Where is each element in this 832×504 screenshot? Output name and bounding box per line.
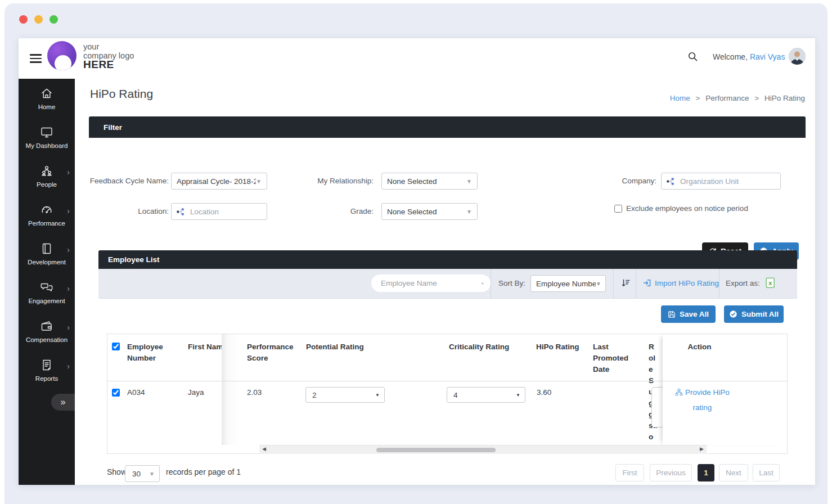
sidebar-item-home[interactable]: Home — [19, 79, 75, 118]
company-field[interactable] — [679, 177, 775, 186]
sidebar-item-label: Reports — [35, 375, 58, 382]
sidebar-item-people[interactable]: People › — [19, 156, 75, 195]
chat-bubbles-icon — [40, 281, 53, 294]
breadcrumb-separator: > — [696, 94, 700, 102]
minimize-window-icon[interactable] — [34, 15, 43, 24]
sidebar-item-label: Compensation — [26, 336, 68, 343]
location-input[interactable] — [171, 203, 267, 220]
check-circle-icon — [729, 310, 737, 318]
submit-all-button[interactable]: Submit All — [724, 305, 784, 323]
col-action: Action — [664, 341, 735, 353]
search-icon[interactable] — [482, 279, 484, 288]
chevron-down-icon: ▼ — [256, 178, 262, 184]
sidebar-collapse-button[interactable]: » — [51, 394, 75, 411]
browser-frame: your company logo HERE Welcome, Ravi Vya… — [5, 3, 827, 504]
row-checkbox[interactable] — [112, 389, 120, 397]
scroll-right-icon[interactable]: ▶ — [700, 446, 704, 452]
pagination-last[interactable]: Last — [753, 464, 780, 482]
breadcrumb-home[interactable]: Home — [670, 94, 690, 102]
export-as-label: Export as: — [726, 279, 760, 287]
exclude-notice-checkbox[interactable] — [614, 205, 622, 213]
import-label: Import HiPo Rating — [655, 279, 719, 287]
employee-search-input[interactable] — [380, 278, 482, 288]
hamburger-menu-icon[interactable] — [30, 54, 42, 63]
double-chevron-icon: » — [61, 397, 66, 407]
criticality-rating-select[interactable]: 4 ▼ — [447, 387, 525, 403]
employee-list-toolbar: Sort By: Employee Number ▼ Import HiPo R… — [98, 269, 797, 299]
sidebar-item-reports[interactable]: Reports › — [19, 350, 75, 389]
chevron-right-icon: › — [67, 284, 70, 293]
grade-select[interactable]: None Selected ▼ — [381, 203, 478, 220]
show-label: Show — [107, 467, 127, 476]
grade-label: Grade: — [275, 203, 374, 220]
search-icon[interactable] — [687, 51, 698, 62]
location-label: Location: — [89, 203, 169, 220]
feedback-cycle-select[interactable]: Appraisal Cycle- 2018-2019 ▼ — [171, 173, 267, 190]
maximize-window-icon[interactable] — [50, 15, 58, 24]
pagination-page-1[interactable]: 1 — [698, 464, 714, 482]
breadcrumb: Home > Performance > HiPo Rating — [670, 94, 805, 102]
filter-panel-header: Filter — [89, 116, 806, 138]
relationship-select[interactable]: None Selected ▼ — [381, 173, 478, 190]
location-field[interactable] — [189, 207, 262, 217]
company-logo — [47, 41, 77, 70]
pagination-first[interactable]: First — [615, 464, 644, 482]
provide-hipo-rating-label: Provide HiPo rating — [685, 388, 730, 412]
sort-by-select[interactable]: Employee Number ▼ — [530, 275, 606, 292]
svg-text:x: x — [768, 280, 772, 286]
relationship-value: None Selected — [387, 177, 437, 186]
welcome-text: Welcome, Ravi Vyas — [713, 52, 785, 61]
sidebar-item-development[interactable]: Development › — [19, 234, 75, 273]
excel-export-icon[interactable]: x — [766, 277, 775, 289]
sidebar-item-performance[interactable]: Performance › — [19, 195, 75, 234]
sidebar-item-label: People — [37, 181, 57, 188]
toolbar-divider — [613, 269, 614, 298]
book-icon — [40, 242, 53, 255]
col-potential-rating: Potential Rating — [306, 341, 385, 353]
scrollbar-thumb[interactable] — [376, 448, 496, 452]
sidebar-item-label: Home — [38, 104, 56, 110]
employee-list-title: Employee List — [98, 255, 160, 264]
import-hipo-rating[interactable]: Import HiPo Rating — [642, 278, 719, 287]
exclude-notice-label: Exclude employees on notice period — [626, 204, 748, 213]
sidebar-item-label: My Dashboard — [26, 142, 68, 149]
chevron-right-icon: › — [67, 323, 70, 332]
sidebar-item-engagement[interactable]: Engagement › — [19, 273, 75, 312]
sort-order-icon[interactable] — [620, 278, 631, 289]
user-name-link[interactable]: Ravi Vyas — [750, 52, 785, 61]
scroll-left-icon[interactable]: ◀ — [262, 446, 266, 452]
select-all-checkbox[interactable] — [112, 343, 120, 350]
frozen-column-divider — [222, 334, 240, 445]
save-all-button[interactable]: Save All — [661, 305, 716, 323]
pagination-previous[interactable]: Previous — [650, 464, 692, 482]
horizontal-scrollbar[interactable]: ◀ ▶ — [259, 445, 707, 454]
home-icon — [40, 87, 53, 100]
relationship-label: My Relationship: — [275, 173, 374, 190]
pagination-next[interactable]: Next — [719, 464, 748, 482]
col-hipo-rating: HiPo Rating — [536, 341, 590, 353]
avatar[interactable] — [789, 48, 806, 65]
close-window-icon[interactable] — [19, 15, 28, 24]
potential-rating-select[interactable]: 2 ▼ — [305, 387, 385, 403]
action-column: Action Provide HiPo rating — [663, 334, 787, 445]
page-size-select[interactable]: 30 ▼ — [125, 465, 160, 482]
criticality-rating-value: 4 — [453, 391, 458, 399]
sidebar-item-compensation[interactable]: Compensation › — [19, 312, 75, 350]
table-header-divider — [107, 381, 787, 381]
provide-hipo-rating-link[interactable]: Provide HiPo rating — [667, 385, 737, 415]
potential-rating-value: 2 — [312, 391, 317, 399]
filter-title: Filter — [89, 123, 122, 132]
chevron-right-icon: › — [67, 245, 70, 254]
main-content: HiPo Rating Home > Performance > HiPo Ra… — [75, 79, 815, 485]
notice-period-option: Exclude employees on notice period — [614, 204, 748, 213]
sidebar: Home My Dashboard People › Performance ›… — [19, 79, 75, 485]
company-input[interactable] — [661, 173, 781, 190]
sidebar-item-label: Performance — [28, 220, 65, 227]
chevron-down-icon: ▼ — [516, 393, 520, 398]
sidebar-item-my-dashboard[interactable]: My Dashboard — [19, 118, 75, 156]
grade-value: None Selected — [387, 208, 437, 216]
employee-search[interactable] — [371, 274, 491, 292]
toolbar-divider — [719, 269, 719, 298]
chevron-down-icon: ▼ — [466, 178, 472, 184]
cell-first-name: Jaya — [188, 388, 204, 397]
